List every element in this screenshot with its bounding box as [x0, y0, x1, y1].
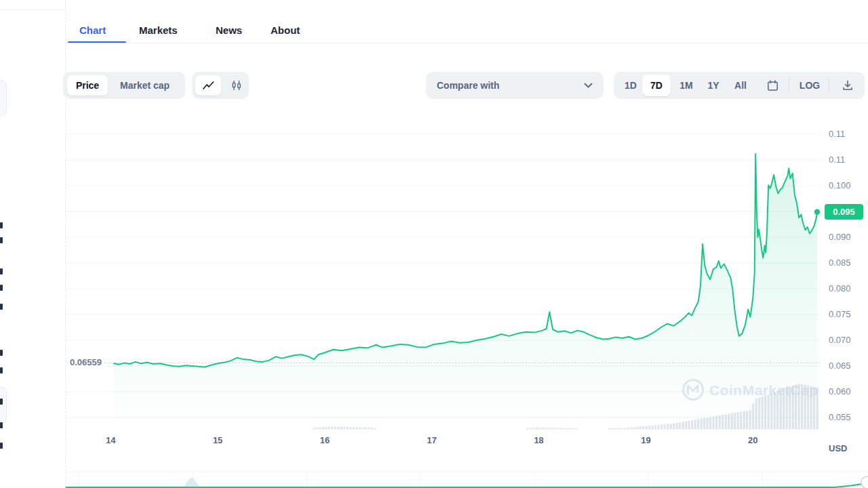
left-column-fragment	[0, 399, 3, 405]
x-axis-tick-label: 19	[631, 435, 660, 445]
x-axis-tick-label: 15	[203, 435, 233, 445]
tab-chart[interactable]: Chart	[79, 24, 106, 36]
range-7d-button[interactable]: 7D	[642, 75, 671, 96]
tabs-divider	[66, 43, 868, 43]
candlestick-chart-icon	[231, 80, 242, 91]
calendar-icon	[767, 80, 778, 92]
market-cap-toggle-button[interactable]: Market cap	[116, 72, 174, 99]
y-axis-tick-label: 0.065	[829, 361, 851, 371]
left-column-clipped	[0, 0, 66, 488]
left-column-fragment	[0, 237, 3, 243]
left-column-fragment	[0, 387, 7, 425]
calendar-button[interactable]	[764, 72, 781, 99]
candlestick-chart-type-button[interactable]	[227, 72, 246, 99]
x-axis-tick-label: 20	[738, 435, 768, 445]
line-chart-icon	[203, 81, 214, 90]
y-axis-tick-label: 0.11	[829, 129, 845, 139]
current-price-dot	[814, 209, 820, 215]
compare-with-dropdown[interactable]: Compare with	[426, 72, 604, 99]
log-scale-button[interactable]: LOG	[798, 72, 821, 99]
current-price-badge: 0.095	[825, 204, 863, 220]
chart-type-toggle	[192, 72, 249, 99]
range-1m-button[interactable]: 1M	[677, 72, 695, 99]
left-column-fragment	[0, 350, 3, 356]
download-icon	[842, 80, 853, 91]
y-axis-tick-label: 0.100	[829, 180, 851, 190]
left-column-fragment	[0, 222, 3, 228]
navigator-gridlines	[79, 472, 762, 488]
currency-unit-label: USD	[829, 443, 847, 453]
y-axis-tick-label: 0.090	[829, 232, 851, 242]
price-toggle-button[interactable]: Price	[67, 75, 108, 96]
x-axis-tick-label: 16	[310, 435, 340, 445]
metric-toggle: Price Market cap	[63, 72, 185, 99]
y-axis-tick-label: 0.060	[829, 386, 851, 396]
left-column-fragment	[0, 80, 7, 117]
navigator-handle[interactable]	[861, 476, 868, 488]
open-price-label: 0.06559	[68, 357, 104, 367]
left-column-divider	[0, 9, 65, 10]
range-all-button[interactable]: All	[733, 72, 748, 99]
left-column-fragment	[0, 422, 3, 428]
range-divider	[789, 79, 789, 92]
download-button[interactable]	[839, 72, 856, 99]
y-axis-tick-label: 0.055	[829, 412, 851, 422]
y-axis-tick-label: 0.11	[829, 155, 845, 165]
x-axis-tick-label: 14	[96, 435, 125, 445]
x-axis-tick-label: 18	[524, 435, 554, 445]
coin-detail-page: CoinMarketCap Chart Markets News About P…	[0, 0, 868, 488]
compare-with-label: Compare with	[437, 80, 500, 91]
range-1y-button[interactable]: 1Y	[705, 72, 722, 99]
navigator-mini-chart[interactable]	[0, 470, 868, 488]
range-1d-button[interactable]: 1D	[623, 72, 639, 99]
time-range-control: 1D 7D 1M 1Y All LOG	[614, 72, 865, 99]
left-column-fragment	[0, 304, 3, 310]
navigator-volume-bump	[183, 477, 201, 488]
chevron-down-icon	[584, 83, 593, 88]
tab-about[interactable]: About	[271, 24, 300, 36]
x-axis-tick-label: 17	[417, 435, 447, 445]
y-axis-tick-label: 0.085	[829, 258, 851, 268]
tab-markets[interactable]: Markets	[139, 24, 178, 36]
left-column-fragment	[0, 443, 3, 449]
left-column-fragment	[0, 367, 3, 373]
tab-news[interactable]: News	[216, 24, 242, 36]
range-divider	[829, 79, 829, 92]
line-chart-type-button[interactable]	[195, 75, 221, 96]
y-axis-tick-label: 0.070	[829, 335, 851, 345]
y-axis-tick-label: 0.075	[829, 309, 851, 319]
left-column-fragment	[0, 285, 3, 291]
left-column-fragment	[0, 268, 3, 274]
y-axis-tick-label: 0.080	[829, 283, 851, 293]
